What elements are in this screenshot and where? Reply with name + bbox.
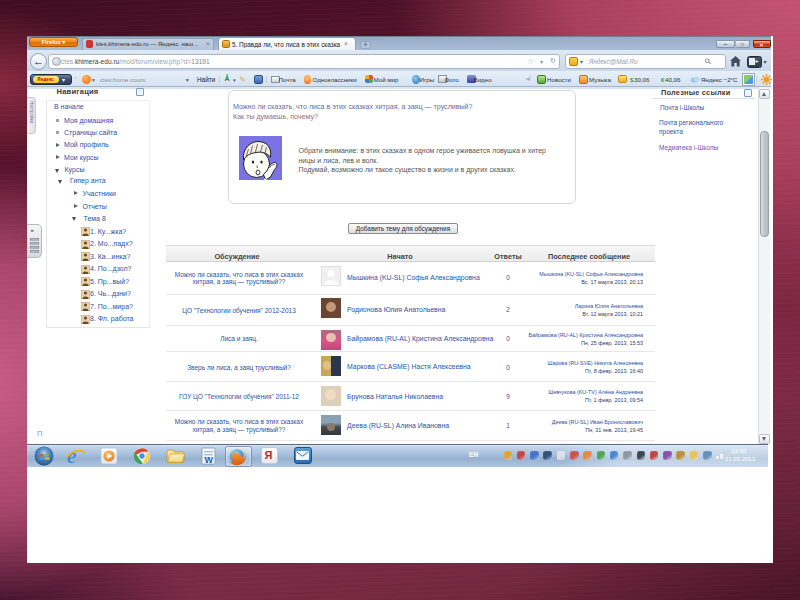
svg-text:W: W	[205, 455, 214, 465]
